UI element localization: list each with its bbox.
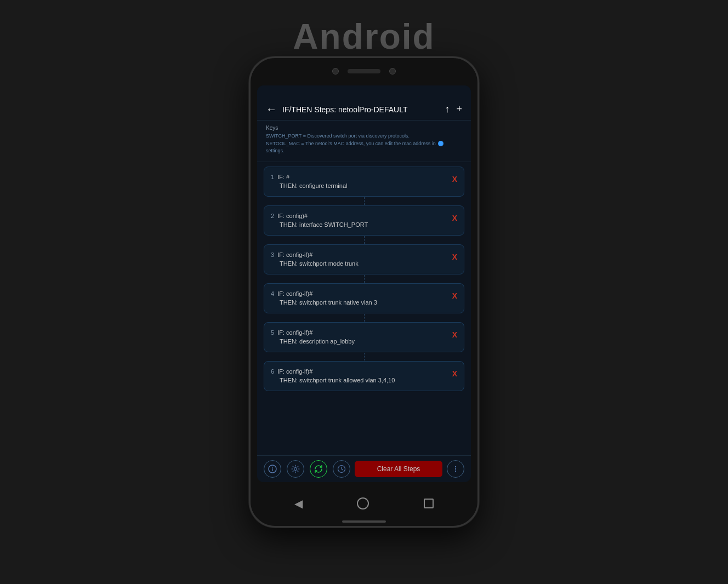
svg-point-5 bbox=[455, 468, 456, 470]
step-connector-5 bbox=[264, 352, 464, 361]
bottom-bar: i bbox=[257, 455, 471, 482]
step-number-6: 6 bbox=[271, 368, 274, 375]
step-content-6: 6IF: config-if)#THEN: switchport trunk a… bbox=[271, 367, 448, 385]
step-number-4: 4 bbox=[271, 290, 274, 297]
phone-frame: ← IF/THEN Steps: netoolPro-DEFAULT ↑ + K… bbox=[249, 56, 479, 528]
step-connector-3 bbox=[264, 274, 464, 283]
step-number-1: 1 bbox=[271, 174, 274, 180]
step-content-1: 1IF: #THEN: configure terminal bbox=[271, 173, 448, 191]
step-if-1: IF: # bbox=[277, 173, 289, 182]
camera-dot-left bbox=[332, 68, 339, 75]
step-then-3: THEN: switchport mode trunk bbox=[280, 259, 359, 268]
svg-point-2 bbox=[294, 468, 297, 471]
step-number-5: 5 bbox=[271, 329, 274, 336]
keys-text-2: NETOOL_MAC = The netool's MAC address, y… bbox=[266, 140, 462, 155]
step-then-2: THEN: interface SWITCH_PORT bbox=[280, 220, 368, 230]
status-bar bbox=[257, 85, 471, 99]
step-then-row-2: THEN: interface SWITCH_PORT bbox=[280, 220, 448, 230]
step-then-row-5: THEN: description ap_lobby bbox=[280, 337, 448, 346]
step-if-row-2: 2IF: config)# bbox=[271, 211, 448, 221]
step-then-6: THEN: switchport trunk allowed vlan 3,4,… bbox=[280, 376, 395, 385]
sync-button[interactable] bbox=[310, 460, 327, 478]
clear-all-button[interactable]: Clear All Steps bbox=[355, 461, 442, 477]
step-item-6[interactable]: 6IF: config-if)#THEN: switchport trunk a… bbox=[264, 361, 464, 391]
step-if-row-6: 6IF: config-if)# bbox=[271, 367, 448, 376]
info-icon-inline: i bbox=[438, 141, 443, 146]
clock-button[interactable] bbox=[333, 460, 350, 478]
svg-point-4 bbox=[455, 466, 456, 467]
step-then-5: THEN: description ap_lobby bbox=[280, 337, 355, 346]
phone-body: ← IF/THEN Steps: netoolPro-DEFAULT ↑ + K… bbox=[249, 56, 479, 528]
step-delete-3[interactable]: X bbox=[448, 250, 457, 264]
phone-screen: ← IF/THEN Steps: netoolPro-DEFAULT ↑ + K… bbox=[257, 85, 471, 482]
back-nav-button[interactable]: ◀ bbox=[294, 497, 303, 510]
step-delete-4[interactable]: X bbox=[448, 289, 457, 303]
step-then-row-1: THEN: configure terminal bbox=[280, 181, 448, 191]
add-step-button[interactable]: + bbox=[456, 104, 462, 115]
step-item-5[interactable]: 5IF: config-if)#THEN: description ap_lob… bbox=[264, 322, 464, 352]
home-indicator bbox=[342, 520, 386, 523]
step-number-2: 2 bbox=[271, 213, 274, 219]
step-then-row-6: THEN: switchport trunk allowed vlan 3,4,… bbox=[280, 376, 448, 385]
step-if-3: IF: config-if)# bbox=[277, 250, 312, 260]
back-button[interactable]: ← bbox=[266, 103, 277, 116]
menu-button[interactable] bbox=[447, 460, 464, 478]
step-number-3: 3 bbox=[271, 251, 274, 258]
camera-bar bbox=[332, 68, 396, 75]
speaker-bar bbox=[348, 69, 380, 73]
step-if-row-5: 5IF: config-if)# bbox=[271, 328, 448, 337]
step-if-row-4: 4IF: config-if)# bbox=[271, 289, 448, 299]
camera-dot-right bbox=[389, 68, 396, 75]
keys-text-1: SWITCH_PORT = Discovered switch port via… bbox=[266, 133, 462, 140]
step-then-row-4: THEN: switchport trunk native vlan 3 bbox=[280, 298, 448, 307]
step-if-row-1: 1IF: # bbox=[271, 173, 448, 182]
nav-bar: ◀ bbox=[251, 490, 477, 517]
step-if-5: IF: config-if)# bbox=[277, 328, 312, 337]
step-content-5: 5IF: config-if)#THEN: description ap_lob… bbox=[271, 328, 448, 346]
step-delete-5[interactable]: X bbox=[448, 328, 457, 342]
step-connector-4 bbox=[264, 313, 464, 322]
step-item-4[interactable]: 4IF: config-if)#THEN: switchport trunk n… bbox=[264, 283, 464, 313]
step-delete-1[interactable]: X bbox=[448, 173, 457, 186]
keys-section: Keys SWITCH_PORT = Discovered switch por… bbox=[257, 121, 471, 162]
step-if-2: IF: config)# bbox=[277, 211, 308, 221]
step-item-3[interactable]: 3IF: config-if)#THEN: switchport mode tr… bbox=[264, 244, 464, 274]
step-item-2[interactable]: 2IF: config)#THEN: interface SWITCH_PORT… bbox=[264, 205, 464, 236]
step-then-4: THEN: switchport trunk native vlan 3 bbox=[280, 298, 377, 307]
bottom-icon-group: i bbox=[264, 460, 350, 478]
step-then-1: THEN: configure terminal bbox=[280, 181, 348, 191]
step-content-3: 3IF: config-if)#THEN: switchport mode tr… bbox=[271, 250, 448, 268]
header-icons: ↑ + bbox=[445, 104, 462, 115]
step-delete-2[interactable]: X bbox=[448, 211, 457, 225]
info-button[interactable]: i bbox=[264, 460, 281, 478]
steps-list: 1IF: #THEN: configure terminalX2IF: conf… bbox=[257, 162, 471, 456]
app-header: ← IF/THEN Steps: netoolPro-DEFAULT ↑ + bbox=[257, 99, 471, 121]
step-if-6: IF: config-if)# bbox=[277, 367, 312, 376]
settings-button[interactable] bbox=[287, 460, 304, 478]
step-content-2: 2IF: config)#THEN: interface SWITCH_PORT bbox=[271, 211, 448, 230]
step-item-1[interactable]: 1IF: #THEN: configure terminalX bbox=[264, 167, 464, 197]
android-label: Android bbox=[293, 16, 435, 57]
header-title: IF/THEN Steps: netoolPro-DEFAULT bbox=[282, 105, 439, 114]
upload-button[interactable]: ↑ bbox=[445, 104, 450, 115]
step-connector-2 bbox=[264, 236, 464, 244]
svg-text:i: i bbox=[272, 467, 274, 472]
step-content-4: 4IF: config-if)#THEN: switchport trunk n… bbox=[271, 289, 448, 307]
step-if-row-3: 3IF: config-if)# bbox=[271, 250, 448, 260]
step-then-row-3: THEN: switchport mode trunk bbox=[280, 259, 448, 268]
keys-label: Keys bbox=[266, 125, 462, 131]
recent-nav-button[interactable] bbox=[424, 499, 434, 508]
home-nav-button[interactable] bbox=[357, 497, 369, 509]
svg-point-6 bbox=[455, 471, 456, 472]
step-delete-6[interactable]: X bbox=[448, 367, 457, 381]
step-connector-1 bbox=[264, 197, 464, 205]
step-if-4: IF: config-if)# bbox=[277, 289, 312, 299]
